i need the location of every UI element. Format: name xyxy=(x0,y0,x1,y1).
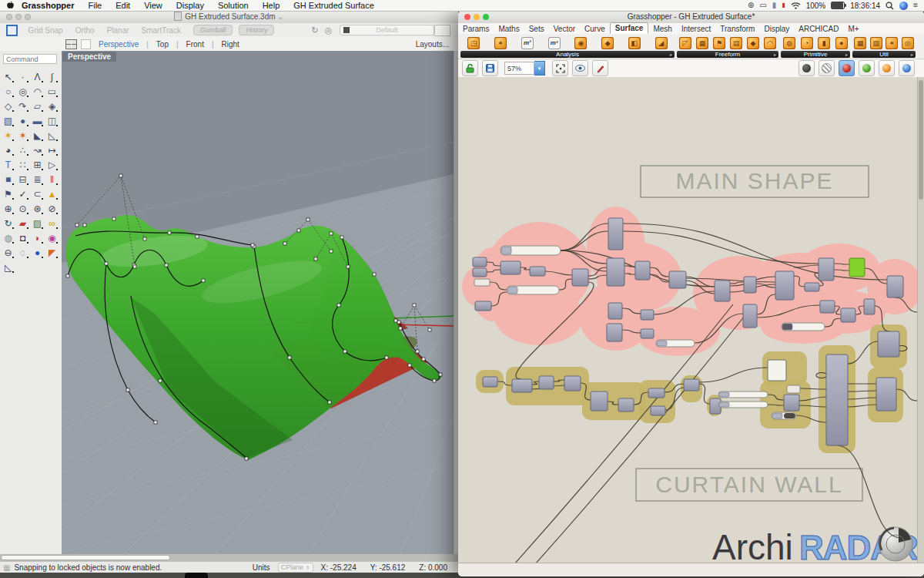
ribbon-group-bar[interactable]: Util▸ xyxy=(852,51,916,58)
view-tab-perspective[interactable]: Perspective xyxy=(99,40,139,49)
ribbon-group-bar[interactable]: Freeform▸ xyxy=(677,51,778,58)
menu-item-edit[interactable]: Edit xyxy=(109,0,137,11)
rhino-tool-icon-44[interactable]: ◍ xyxy=(1,230,15,245)
analysis-component-icon-0[interactable]: ◳ xyxy=(467,37,480,49)
sketch-pen-icon[interactable] xyxy=(592,60,608,76)
control-point[interactable] xyxy=(385,356,388,359)
rhino-tool-icon-24[interactable]: T xyxy=(1,157,15,172)
control-point[interactable] xyxy=(112,217,116,220)
gh-component[interactable] xyxy=(849,258,865,277)
rhino-tool-icon-17[interactable]: ✶ xyxy=(15,128,30,143)
control-point[interactable] xyxy=(66,274,69,277)
gh-menu-tab-transform[interactable]: Transform xyxy=(715,24,759,34)
menu-item-grasshopper[interactable]: Grasshopper xyxy=(15,0,81,11)
gh-component[interactable] xyxy=(539,376,554,389)
app-switch-icon[interactable]: ⊛ xyxy=(748,0,754,11)
control-point[interactable] xyxy=(119,174,122,177)
no-preview-icon[interactable] xyxy=(819,60,835,76)
rhino-tool-icon-10[interactable]: ▱ xyxy=(30,99,45,113)
gh-component[interactable] xyxy=(684,379,699,391)
rhino-tool-icon-8[interactable]: ◇ xyxy=(1,99,15,113)
control-point[interactable] xyxy=(397,321,400,324)
rhino-title-bar[interactable]: GH Extruded Surface.3dm ⌄ xyxy=(0,11,458,24)
red-gem-preview-icon[interactable] xyxy=(839,60,855,76)
ribbon-expand-icon[interactable]: ▸ xyxy=(911,52,913,57)
rhino-tool-icon-36[interactable]: ⊕ xyxy=(1,201,15,216)
gh-component[interactable] xyxy=(820,301,835,313)
gh-menu-tab-curve[interactable]: Curve xyxy=(580,24,610,34)
control-point[interactable] xyxy=(202,279,205,282)
primitive-component-icon-1[interactable]: ◔ xyxy=(801,37,813,49)
shaded-hat-icon[interactable] xyxy=(798,60,815,76)
control-point[interactable] xyxy=(105,262,108,265)
rhino-tool-icon-18[interactable]: ◣ xyxy=(30,128,45,143)
gumball-button[interactable]: Gumball xyxy=(193,25,233,35)
rhino-tool-icon-46[interactable]: ◗ xyxy=(30,230,45,245)
gh-slider-grip[interactable] xyxy=(782,324,792,330)
menu-item-display[interactable]: Display xyxy=(169,0,211,11)
analysis-component-icon-4[interactable]: ◉ xyxy=(574,37,587,49)
control-point[interactable] xyxy=(288,356,291,359)
rhino-tool-icon-2[interactable]: Λ xyxy=(30,69,45,84)
gh-slider-grip[interactable] xyxy=(772,413,782,418)
spotlight-search-icon[interactable] xyxy=(886,2,894,10)
rhino-tool-icon-34[interactable]: ⊂ xyxy=(30,187,45,201)
control-point[interactable] xyxy=(340,236,343,239)
analysis-component-icon-5[interactable]: ◆ xyxy=(601,37,614,49)
gh-slider-grip[interactable] xyxy=(507,287,517,294)
grid-snap-toggle[interactable]: Grid Snap xyxy=(28,26,63,35)
freeform-component-icon-2[interactable]: ⚑ xyxy=(713,37,725,49)
gh-title-bar[interactable]: Grasshopper - GH Extruded Surface* xyxy=(458,11,924,24)
control-point[interactable] xyxy=(126,388,129,391)
control-point[interactable] xyxy=(251,244,254,247)
gh-menu-tab-intersect[interactable]: Intersect xyxy=(677,24,715,34)
view-tab-top[interactable]: Top xyxy=(156,40,169,49)
rhino-tool-icon-30[interactable]: ≣ xyxy=(30,172,45,187)
indicator-bar-icon[interactable]: ▮ xyxy=(782,0,785,11)
gh-component[interactable] xyxy=(483,377,497,387)
rhino-tool-icon-45[interactable]: ◘ xyxy=(15,230,30,245)
rhino-tool-icon-11[interactable]: ◈ xyxy=(45,99,59,113)
rhino-tool-icon-51[interactable]: ◤ xyxy=(45,245,59,260)
gh-component[interactable] xyxy=(768,360,786,381)
control-point[interactable] xyxy=(330,232,333,235)
control-point[interactable] xyxy=(75,223,79,227)
rhino-tool-icon-32[interactable]: ⚑ xyxy=(1,187,15,201)
close-icon[interactable] xyxy=(464,14,470,20)
zoom-dropdown-icon[interactable]: ▼ xyxy=(534,61,545,76)
display-icon[interactable]: ▭ xyxy=(759,0,766,11)
zoom-level-field[interactable]: 57% xyxy=(504,62,534,75)
gh-component[interactable] xyxy=(715,281,730,301)
gh-component[interactable] xyxy=(608,303,622,319)
gh-menu-tab-mplus[interactable]: M+ xyxy=(843,24,863,34)
ortho-toggle[interactable]: Ortho xyxy=(75,26,95,35)
ribbon-expand-icon[interactable]: ▸ xyxy=(774,52,776,57)
gh-component[interactable] xyxy=(669,271,686,288)
rhino-tool-icon-40[interactable]: ↻ xyxy=(1,216,15,230)
util-component-icon-0[interactable]: ▦ xyxy=(854,37,866,49)
zoom-extents-icon[interactable] xyxy=(552,60,568,76)
view-tab-right[interactable]: Right xyxy=(222,40,239,49)
gh-menu-tab-maths[interactable]: Maths xyxy=(494,24,524,34)
gh-component[interactable] xyxy=(473,257,487,267)
analysis-component-icon-1[interactable]: ✶ xyxy=(494,37,507,49)
gh-component[interactable] xyxy=(787,385,800,393)
gh-slider-grip[interactable] xyxy=(719,392,729,397)
rhino-tool-icon-3[interactable]: ∫ xyxy=(45,69,59,84)
history-button[interactable]: History xyxy=(239,25,274,35)
control-point[interactable] xyxy=(422,358,425,361)
rhino-tool-icon-39[interactable]: ⊘ xyxy=(45,201,59,216)
rhino-tool-icon-43[interactable]: ∞ xyxy=(45,216,59,230)
gh-component[interactable] xyxy=(648,388,665,398)
gh-component[interactable] xyxy=(500,261,521,274)
control-point[interactable] xyxy=(143,237,146,240)
control-point[interactable] xyxy=(159,379,162,382)
rhino-tool-icon-14[interactable]: ▬ xyxy=(30,113,45,128)
rhino-tool-icon-19[interactable]: ◺ xyxy=(45,128,59,143)
analysis-component-icon-3[interactable]: m³ xyxy=(548,37,561,49)
gh-component[interactable] xyxy=(887,276,903,297)
control-point[interactable] xyxy=(245,457,248,460)
gh-component[interactable] xyxy=(608,218,623,250)
control-point[interactable] xyxy=(399,327,402,330)
battery-icon[interactable] xyxy=(831,2,845,9)
